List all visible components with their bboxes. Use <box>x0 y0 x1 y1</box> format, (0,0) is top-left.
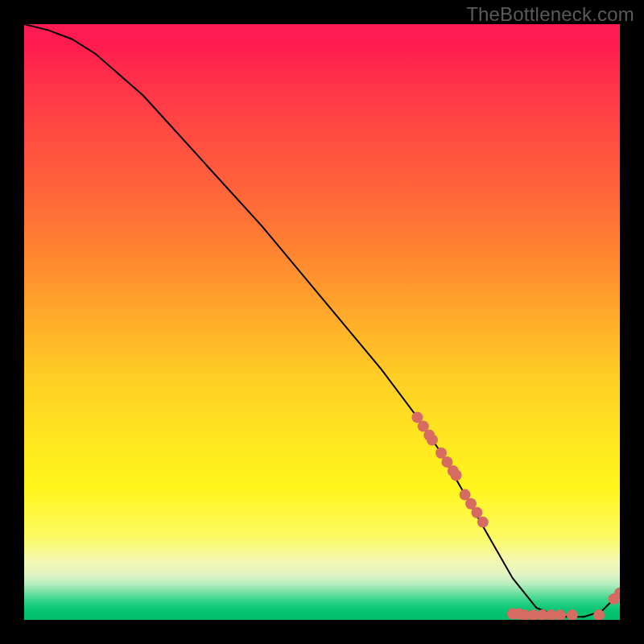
data-point <box>451 469 462 481</box>
bottleneck-curve <box>24 24 620 617</box>
data-point <box>471 507 482 518</box>
data-point <box>567 609 578 620</box>
data-point <box>477 517 489 528</box>
data-point <box>427 435 438 446</box>
chart-frame: TheBottleneck.com <box>0 0 644 644</box>
data-point-markers <box>411 411 620 620</box>
watermark-text: TheBottleneck.com <box>466 3 634 26</box>
chart-overlay <box>24 24 620 620</box>
data-point <box>555 609 566 620</box>
